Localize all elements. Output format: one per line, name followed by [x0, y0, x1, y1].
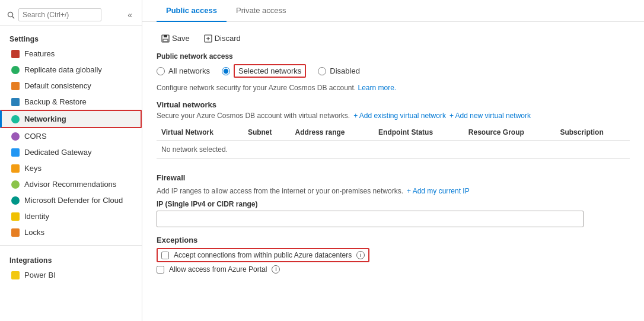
cors-icon	[11, 132, 20, 141]
learn-more-link[interactable]: Learn more.	[358, 84, 396, 92]
col-endpoint-status: Endpoint Status	[374, 125, 464, 141]
svg-rect-4	[163, 39, 168, 42]
toolbar: Save Discard	[157, 31, 630, 45]
col-subnet: Subnet	[243, 125, 291, 141]
main-panel: Save Discard Public network access All n…	[142, 22, 644, 286]
backup-icon	[11, 98, 20, 106]
tab-public-access[interactable]: Public access	[157, 0, 227, 22]
replicate-icon	[11, 66, 20, 74]
sidebar-item-locks[interactable]: Locks	[0, 224, 142, 240]
sidebar-item-replicate[interactable]: Replicate data globally	[0, 62, 142, 78]
table-row-empty: No network selected.	[157, 141, 630, 159]
firewall-section: Firewall Add IP ranges to allow access f…	[157, 167, 630, 227]
collapse-button[interactable]: «	[125, 9, 135, 21]
radio-selected-input[interactable]	[222, 67, 230, 75]
sidebar-item-gateway[interactable]: Dedicated Gateway	[0, 144, 142, 160]
exception-row-azure-portal: Allow access from Azure Portal i	[157, 265, 630, 274]
firewall-desc: Add IP ranges to allow access from the i…	[157, 187, 630, 195]
sidebar-divider	[0, 245, 142, 246]
firewall-heading: Firewall	[157, 173, 185, 182]
sidebar-item-keys[interactable]: Keys	[0, 160, 142, 176]
network-info-text: Configure network security for your Azur…	[157, 84, 630, 92]
radio-all-label: All networks	[168, 66, 210, 75]
discard-icon	[204, 34, 212, 43]
col-resource-group: Resource Group	[464, 125, 556, 141]
svg-point-0	[8, 12, 13, 17]
integrations-section-title: Integrations	[0, 250, 142, 267]
search-icon	[7, 11, 15, 19]
no-network-text: No network selected.	[157, 141, 630, 159]
sidebar-item-defender[interactable]: Microsoft Defender for Cloud	[0, 192, 142, 208]
virtual-networks-heading: Virtual networks	[157, 100, 630, 109]
save-label: Save	[172, 34, 190, 43]
settings-section-title: Settings	[0, 29, 142, 46]
tab-private-access[interactable]: Private access	[227, 0, 296, 22]
save-icon	[161, 34, 170, 43]
add-current-ip-link[interactable]: + Add my current IP	[407, 187, 470, 195]
save-button[interactable]: Save	[157, 31, 195, 45]
col-subscription: Subscription	[555, 125, 630, 141]
sidebar: « Settings Features Replicate data globa…	[0, 0, 142, 321]
radio-selected-label: Selected networks	[238, 66, 301, 75]
add-existing-vnet-link[interactable]: + Add existing virtual network	[353, 112, 446, 120]
add-new-vnet-link[interactable]: + Add new virtual network	[449, 112, 531, 120]
search-container: «	[0, 5, 142, 26]
tabs-bar: Public access Private access	[142, 0, 644, 22]
sidebar-item-consistency[interactable]: Default consistency	[0, 78, 142, 94]
sidebar-item-cors[interactable]: CORS	[0, 128, 142, 144]
virtual-networks-table: Virtual Network Subnet Address range End…	[157, 125, 630, 159]
exceptions-outline-box: Accept connections from within public Az…	[157, 248, 369, 262]
discard-label: Discard	[215, 34, 241, 43]
exceptions-section: Exceptions Accept connections from withi…	[157, 236, 630, 274]
radio-selected-networks[interactable]: Selected networks	[222, 64, 306, 78]
sidebar-item-networking[interactable]: Networking	[0, 110, 142, 128]
sidebar-item-powerbi[interactable]: Power BI	[0, 267, 142, 283]
gateway-icon	[11, 148, 20, 157]
advisor-icon	[11, 180, 20, 189]
main-content: Public access Private access Save Discar…	[142, 0, 644, 321]
radio-all-networks[interactable]: All networks	[157, 66, 210, 75]
consistency-icon	[11, 82, 20, 90]
exception-row-azure-dc: Accept connections from within public Az…	[157, 248, 630, 262]
selected-networks-box: Selected networks	[234, 64, 306, 78]
network-radio-group: All networks Selected networks Disabled	[157, 64, 630, 78]
radio-disabled-input[interactable]	[318, 67, 326, 75]
sidebar-item-advisor[interactable]: Advisor Recommendations	[0, 176, 142, 192]
azure-dc-info-icon[interactable]: i	[356, 251, 365, 259]
col-address-range: Address range	[291, 125, 374, 141]
svg-line-1	[12, 16, 15, 18]
features-icon	[11, 50, 20, 58]
azure-portal-checkbox[interactable]	[157, 266, 164, 274]
azure-portal-label: Allow access from Azure Portal	[169, 265, 267, 274]
firewall-header: Firewall	[157, 167, 630, 185]
defender-icon	[11, 196, 20, 205]
sidebar-item-features[interactable]: Features	[0, 46, 142, 62]
ip-label: IP (Single IPv4 or CIDR range)	[157, 200, 630, 208]
public-network-label: Public network access	[157, 52, 630, 61]
radio-disabled[interactable]: Disabled	[318, 66, 360, 75]
sidebar-item-backup[interactable]: Backup & Restore	[0, 94, 142, 110]
powerbi-icon	[11, 271, 20, 279]
identity-icon	[11, 212, 20, 221]
locks-icon	[11, 228, 20, 237]
search-input[interactable]	[18, 8, 101, 21]
azure-dc-checkbox[interactable]	[161, 252, 169, 259]
networking-icon	[11, 115, 20, 123]
exceptions-title: Exceptions	[157, 236, 630, 244]
radio-disabled-label: Disabled	[330, 66, 360, 75]
azure-dc-label: Accept connections from within public Az…	[174, 251, 352, 259]
col-virtual-network: Virtual Network	[157, 125, 243, 141]
sidebar-item-identity[interactable]: Identity	[0, 208, 142, 224]
discard-button[interactable]: Discard	[199, 31, 246, 45]
azure-portal-info-icon[interactable]: i	[272, 265, 280, 274]
ip-input[interactable]	[157, 211, 584, 227]
keys-icon	[11, 164, 20, 173]
radio-all-input[interactable]	[157, 67, 165, 75]
virtual-networks-desc: Secure your Azure Cosmos DB account with…	[157, 112, 630, 120]
svg-rect-3	[164, 35, 167, 37]
